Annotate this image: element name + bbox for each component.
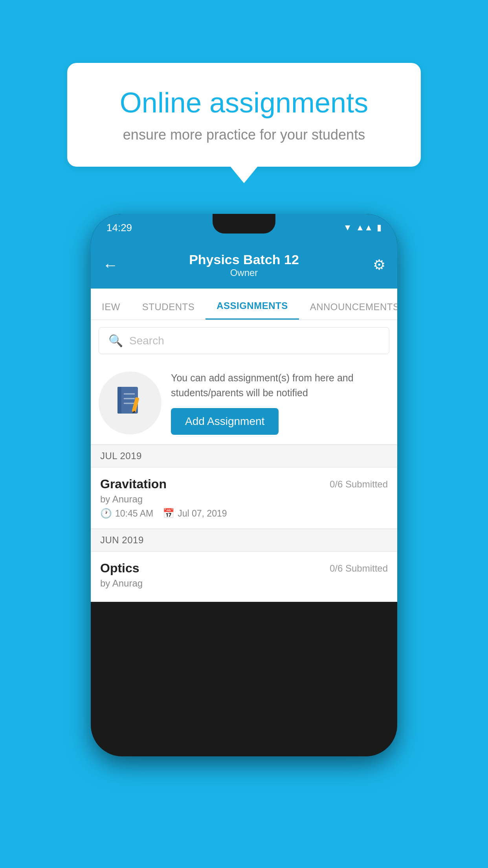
assignment-author-optics: by Anurag xyxy=(100,578,388,589)
phone-bottom xyxy=(91,602,397,622)
promo-icon-circle xyxy=(99,371,161,434)
search-icon: 🔍 xyxy=(108,334,123,348)
back-button[interactable]: ← xyxy=(103,256,118,274)
assignment-title-optics: Optics xyxy=(100,561,139,576)
add-assignment-button[interactable]: Add Assignment xyxy=(171,408,279,435)
signal-icon: ▲▲ xyxy=(356,223,373,233)
calendar-icon: 📅 xyxy=(163,508,174,519)
bubble-title: Online assignments xyxy=(95,86,393,119)
assignment-title: Gravitation xyxy=(100,477,167,491)
tab-assignments[interactable]: ASSIGNMENTS xyxy=(205,300,299,320)
tab-announcements[interactable]: ANNOUNCEMENTS xyxy=(299,302,397,320)
assignment-time: 🕐 10:45 AM xyxy=(100,508,153,519)
assignment-submitted-optics: 0/6 Submitted xyxy=(330,563,388,574)
app-header: ← Physics Batch 12 Owner ⚙ xyxy=(91,241,397,289)
assignment-item-optics[interactable]: Optics 0/6 Submitted by Anurag xyxy=(91,552,397,602)
svg-rect-1 xyxy=(117,387,121,414)
month-separator-jul: JUL 2019 xyxy=(91,445,397,467)
clock-icon: 🕐 xyxy=(100,508,112,519)
assignment-submitted: 0/6 Submitted xyxy=(330,479,388,490)
settings-button[interactable]: ⚙ xyxy=(373,257,385,273)
month-separator-jun: JUN 2019 xyxy=(91,529,397,552)
assignment-author: by Anurag xyxy=(100,494,388,505)
tabs-bar: IEW STUDENTS ASSIGNMENTS ANNOUNCEMENTS xyxy=(91,289,397,320)
promo-description: You can add assignment(s) from here and … xyxy=(171,371,389,400)
phone-notch xyxy=(213,214,275,234)
notebook-icon xyxy=(114,385,146,421)
time-value: 10:45 AM xyxy=(115,508,153,519)
tab-students[interactable]: STUDENTS xyxy=(131,302,205,320)
wifi-icon: ▼ xyxy=(343,223,352,233)
status-bar: 14:29 ▼ ▲▲ ▮ xyxy=(91,214,397,241)
phone-frame: 14:29 ▼ ▲▲ ▮ ← Physics Batch 12 Owner ⚙ … xyxy=(91,214,397,756)
search-bar: 🔍 Search xyxy=(91,320,397,361)
tab-iew[interactable]: IEW xyxy=(91,302,131,320)
bubble-subtitle: ensure more practice for your students xyxy=(95,127,393,143)
status-icons: ▼ ▲▲ ▮ xyxy=(343,223,382,233)
phone-screen: IEW STUDENTS ASSIGNMENTS ANNOUNCEMENTS 🔍… xyxy=(91,289,397,602)
search-input-wrap[interactable]: 🔍 Search xyxy=(99,327,389,354)
search-placeholder: Search xyxy=(129,335,164,347)
promo-text-block: You can add assignment(s) from here and … xyxy=(171,371,389,435)
assignment-date: 📅 Jul 07, 2019 xyxy=(163,508,227,519)
battery-icon: ▮ xyxy=(377,223,382,233)
phone-wrapper: 14:29 ▼ ▲▲ ▮ ← Physics Batch 12 Owner ⚙ … xyxy=(91,214,397,756)
status-time: 14:29 xyxy=(106,222,132,234)
batch-subtitle: Owner xyxy=(189,267,299,278)
assignment-item-gravitation[interactable]: Gravitation 0/6 Submitted by Anurag 🕐 10… xyxy=(91,467,397,529)
header-title-block: Physics Batch 12 Owner xyxy=(189,252,299,278)
promo-block: You can add assignment(s) from here and … xyxy=(91,361,397,445)
assignment-meta: 🕐 10:45 AM 📅 Jul 07, 2019 xyxy=(100,508,388,519)
batch-title: Physics Batch 12 xyxy=(189,252,299,267)
assignment-top-row: Gravitation 0/6 Submitted xyxy=(100,477,388,491)
date-value: Jul 07, 2019 xyxy=(178,508,227,519)
assignment-top-row-optics: Optics 0/6 Submitted xyxy=(100,561,388,576)
speech-bubble-card: Online assignments ensure more practice … xyxy=(67,63,421,167)
